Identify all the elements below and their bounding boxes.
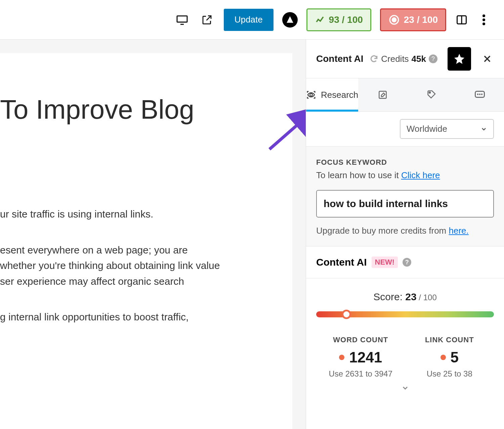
body-line: ur site traffic is using internal links. [0, 206, 292, 222]
upgrade-link[interactable]: here. [449, 226, 469, 236]
chat-icon [474, 89, 486, 101]
plugin-avatar-icon[interactable] [282, 12, 298, 28]
link-count-value: 5 [440, 349, 459, 366]
upgrade-credits-text: Upgrade to buy more credits from here. [316, 226, 494, 236]
sidebar-title: Content AI [316, 53, 364, 64]
word-count-hint: Use 2631 to 3947 [316, 369, 405, 379]
svg-point-10 [429, 92, 430, 93]
editor-pane: To Improve Blog ur site traffic is using… [0, 40, 306, 429]
focus-keyword-label: FOCUS KEYWORD [316, 158, 494, 167]
link-count-col: LINK COUNT 5 Use 25 to 38 [405, 336, 494, 379]
panel-toggle-icon[interactable] [455, 13, 468, 27]
tab-tag[interactable] [407, 78, 456, 111]
svg-point-4 [482, 14, 485, 17]
editor-card[interactable]: To Improve Blog ur site traffic is using… [0, 53, 292, 429]
status-dot [339, 355, 344, 360]
post-title[interactable]: To Improve Blog [0, 93, 292, 126]
score-text: Score: 23 / 100 [316, 291, 494, 303]
open-external-icon[interactable] [199, 12, 215, 28]
word-count-col: WORD COUNT 1241 Use 2631 to 3947 [316, 336, 405, 379]
word-count-label: WORD COUNT [316, 336, 405, 344]
preview-desktop-icon[interactable] [174, 12, 190, 28]
svg-rect-9 [379, 91, 386, 98]
region-row: Worldwide [306, 112, 504, 147]
seo-score-value: 93 / 100 [329, 14, 363, 25]
focus-keyword-help: To learn how to use it Click here [316, 170, 494, 181]
ai-score-value: 23 / 100 [404, 14, 438, 25]
svg-point-2 [392, 18, 396, 22]
region-select[interactable]: Worldwide [400, 119, 494, 139]
tag-icon [426, 89, 436, 100]
top-toolbar: Update 93 / 100 23 / 100 [0, 0, 504, 40]
expand-button[interactable] [316, 384, 494, 393]
close-icon [482, 54, 492, 64]
main-area: To Improve Blog ur site traffic is using… [0, 40, 504, 429]
eye-scan-icon [306, 90, 316, 100]
tab-chat[interactable] [455, 78, 504, 111]
credits-value: 45k [412, 54, 426, 64]
status-dot [440, 355, 446, 360]
link-count-hint: Use 25 to 38 [405, 369, 494, 379]
svg-rect-0 [177, 16, 187, 22]
help-icon[interactable]: ? [429, 54, 437, 63]
score-knob [342, 310, 351, 319]
refresh-icon [370, 54, 378, 63]
body-line: g internal link opportunities to boost t… [0, 309, 292, 325]
seo-score-pill[interactable]: 93 / 100 [306, 8, 371, 31]
tab-research-label: Research [321, 90, 358, 100]
credits-label: Credits [381, 54, 409, 64]
content-ai-score-title: Content AI [316, 257, 367, 268]
sidebar-tabs: Research [306, 78, 504, 112]
body-line: esent everywhere on a web page; you are … [0, 242, 292, 289]
more-menu-icon[interactable] [477, 13, 491, 27]
chevron-down-icon [480, 126, 487, 132]
score-body: Score: 23 / 100 WORD COUNT 1241 Use 2631… [306, 278, 504, 400]
svg-point-8 [310, 93, 312, 96]
counts-row: WORD COUNT 1241 Use 2631 to 3947 LINK CO… [316, 336, 494, 379]
content-ai-sidebar: Content AI Credits 45k ? Research [306, 40, 504, 429]
edit-icon [377, 89, 388, 100]
chevron-down-icon [401, 384, 409, 392]
focus-keyword-input[interactable] [316, 190, 494, 218]
post-body[interactable]: ur site traffic is using internal links.… [0, 206, 292, 325]
tab-write[interactable] [358, 78, 407, 111]
focus-keyword-section: FOCUS KEYWORD To learn how to use it Cli… [306, 147, 504, 246]
svg-point-5 [482, 18, 485, 21]
help-icon[interactable]: ? [403, 258, 411, 267]
update-button[interactable]: Update [224, 9, 274, 31]
sidebar-header: Content AI Credits 45k ? [306, 40, 504, 78]
favorites-button[interactable] [448, 47, 471, 71]
word-count-value: 1241 [339, 349, 382, 366]
tab-research[interactable]: Research [306, 78, 358, 111]
credits-display[interactable]: Credits 45k ? [370, 54, 437, 64]
star-icon [453, 53, 465, 65]
sidebar-close-button[interactable] [480, 52, 494, 66]
region-selected-label: Worldwide [407, 124, 447, 134]
link-count-label: LINK COUNT [405, 336, 494, 344]
content-ai-score-header: Content AI NEW! ? [306, 246, 504, 278]
score-gradient-bar [316, 311, 494, 317]
svg-point-6 [482, 23, 485, 25]
ai-score-pill[interactable]: 23 / 100 [380, 8, 446, 31]
focus-help-link[interactable]: Click here [401, 170, 440, 180]
new-badge: NEW! [372, 257, 398, 268]
